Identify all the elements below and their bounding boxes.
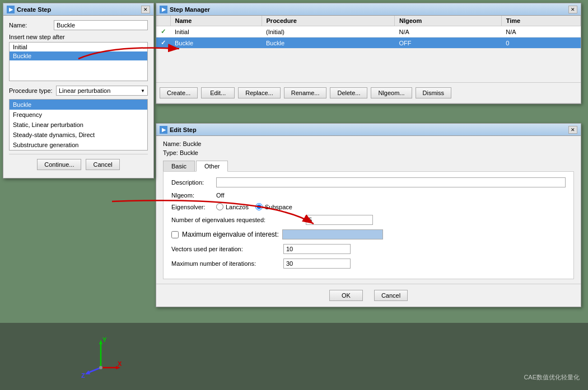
nlgeom-button[interactable]: Nlgeom...: [371, 87, 412, 98]
create-cancel-button[interactable]: Cancel: [86, 159, 119, 170]
list-item-buckle[interactable]: Buckle: [10, 51, 147, 60]
viewport-area: Y Z X: [0, 323, 588, 390]
edit-step-content: Name: Buckle Type: Buckle Basic Other De…: [156, 136, 581, 284]
name-label: Name:: [9, 22, 54, 29]
step-manager-titlebar: ▶ Step Manager ✕: [156, 3, 581, 16]
name-input[interactable]: [54, 20, 148, 30]
tab-basic[interactable]: Basic: [163, 161, 195, 171]
radio-lanczos-input[interactable]: [216, 203, 223, 210]
table-row[interactable]: ✓ Buckle Buckle OFF 0: [156, 37, 581, 49]
row-name-cell: Initial: [170, 26, 262, 37]
description-row: Description:: [171, 177, 566, 187]
create-step-titlebar: ▶ Create Step ✕: [3, 3, 153, 16]
eigenvalues-label: Number of eigenvalues requested:: [171, 217, 306, 223]
create-step-icon: ▶: [7, 6, 15, 13]
radio-subspace[interactable]: Subspace: [255, 203, 292, 210]
row-check-cell: ✓: [156, 37, 170, 49]
step-manager-title: ▶ Step Manager: [160, 6, 210, 13]
edit-step-tabs: Basic Other: [163, 161, 574, 172]
eigensolver-label: Eigensolver:: [171, 204, 216, 210]
edit-step-footer: OK Cancel: [156, 284, 581, 307]
edit-step-icon: ▶: [160, 126, 167, 134]
eigenvalues-row: Number of eigenvalues requested:: [171, 215, 566, 225]
edit-step-close-button[interactable]: ✕: [568, 126, 577, 134]
col-procedure: Procedure: [262, 16, 394, 26]
dropdown-item-static[interactable]: Static, Linear perturbation: [10, 120, 147, 130]
max-eigenvalue-input[interactable]: [282, 229, 383, 239]
nlgeom-row: Nlgeom: Off: [171, 192, 566, 199]
dropdown-arrow-icon: ▼: [141, 88, 145, 93]
tab-other[interactable]: Other: [196, 161, 228, 172]
list-item-initial[interactable]: Initial: [10, 43, 147, 51]
dropdown-item-buckle[interactable]: Buckle: [10, 100, 147, 110]
eigensolver-row: Eigensolver: Lanczos Subspace: [171, 203, 566, 210]
edit-type-row: Type: Buckle: [163, 149, 574, 156]
procedure-type-label: Procedure type:: [9, 87, 54, 94]
edit-step-titlebar: ▶ Edit Step ✕: [156, 124, 581, 136]
dropdown-item-steady[interactable]: Steady-state dynamics, Direct: [10, 130, 147, 140]
col-check: [156, 16, 170, 26]
col-time: Time: [501, 16, 580, 26]
row-check-cell: ✓: [156, 26, 170, 37]
dropdown-item-frequency[interactable]: Frequency: [10, 110, 147, 120]
edit-button[interactable]: Edit...: [201, 87, 235, 98]
max-eigenvalue-checkbox[interactable]: [171, 231, 179, 238]
step-manager-icon: ▶: [160, 6, 167, 13]
eigensolver-radio-group: Lanczos Subspace: [216, 203, 292, 210]
table-row[interactable]: ✓ Initial (Initial) N/A N/A: [156, 26, 581, 37]
create-step-title-text: ▶ Create Step: [7, 6, 51, 13]
row-time-cell: N/A: [501, 26, 580, 37]
nlgeom-value: Off: [216, 192, 224, 199]
name-row: Name:: [9, 20, 148, 30]
step-manager-window: ▶ Step Manager ✕ Name Procedure Nlgeom T…: [156, 3, 581, 104]
row-nlgeom-cell: N/A: [395, 26, 502, 37]
coordinate-system: Y Z X: [78, 334, 123, 379]
rename-button[interactable]: Rename...: [284, 87, 327, 98]
max-iter-input[interactable]: [283, 259, 351, 269]
edit-ok-button[interactable]: OK: [329, 290, 363, 301]
row-name-cell: Buckle: [170, 37, 262, 49]
col-name: Name: [170, 16, 262, 26]
radio-lanczos[interactable]: Lanczos: [216, 203, 249, 210]
radio-subspace-input[interactable]: [255, 203, 263, 210]
dismiss-button[interactable]: Dismiss: [416, 87, 452, 98]
edit-step-title-text: ▶ Edit Step: [160, 126, 197, 134]
max-iter-label: Maximum number of iterations:: [171, 260, 283, 267]
step-list-box[interactable]: Initial Buckle: [9, 42, 148, 81]
description-input[interactable]: [216, 177, 566, 187]
delete-button[interactable]: Delete...: [330, 87, 367, 98]
edit-cancel-button[interactable]: Cancel: [374, 290, 408, 301]
edit-name-label: Name:: [163, 140, 181, 147]
svg-text:X: X: [118, 360, 122, 367]
create-button[interactable]: Create...: [160, 87, 198, 98]
procedure-type-dropdown[interactable]: Linear perturbation ▼: [56, 86, 148, 96]
row-time-cell: 0: [501, 37, 580, 49]
create-step-close-button[interactable]: ✕: [141, 6, 150, 13]
row-procedure-cell: Buckle: [262, 37, 394, 49]
tab-other-content: Description: Nlgeom: Off Eigensolver: La…: [163, 172, 574, 279]
insert-after-row: Insert new step after: [9, 34, 148, 40]
step-manager-close-button[interactable]: ✕: [568, 6, 577, 13]
dropdown-item-substructure[interactable]: Substructure generation: [10, 140, 147, 150]
description-label: Description:: [171, 179, 216, 186]
procedure-dropdown-list: Buckle Frequency Static, Linear perturba…: [9, 99, 148, 151]
eigenvalues-input[interactable]: [306, 215, 373, 225]
edit-type-label: Type:: [163, 149, 178, 156]
continue-button[interactable]: Continue...: [37, 159, 81, 170]
step-table: Name Procedure Nlgeom Time ✓ Initial (In…: [156, 16, 581, 49]
create-step-window: ▶ Create Step ✕ Name: Insert new step af…: [3, 3, 154, 178]
create-step-button-row: Continue... Cancel: [9, 154, 148, 173]
edit-name-row: Name: Buckle: [163, 140, 574, 147]
row-nlgeom-cell: OFF: [395, 37, 502, 49]
svg-text:Y: Y: [102, 336, 107, 343]
max-eigenvalue-label: Maximum eigenvalue of interest:: [182, 231, 279, 238]
col-nlgeom: Nlgeom: [395, 16, 502, 26]
max-iter-row: Maximum number of iterations:: [171, 259, 566, 269]
step-manager-buttons: Create...Edit...Replace...Rename...Delet…: [156, 83, 581, 104]
procedure-type-row: Procedure type: Linear perturbation ▼: [9, 86, 148, 96]
vectors-input[interactable]: [283, 244, 351, 254]
edit-name-value: Buckle: [183, 140, 201, 147]
replace-button[interactable]: Replace...: [238, 87, 281, 98]
insert-after-label: Insert new step after: [9, 34, 65, 40]
step-table-container: Name Procedure Nlgeom Time ✓ Initial (In…: [156, 16, 581, 83]
